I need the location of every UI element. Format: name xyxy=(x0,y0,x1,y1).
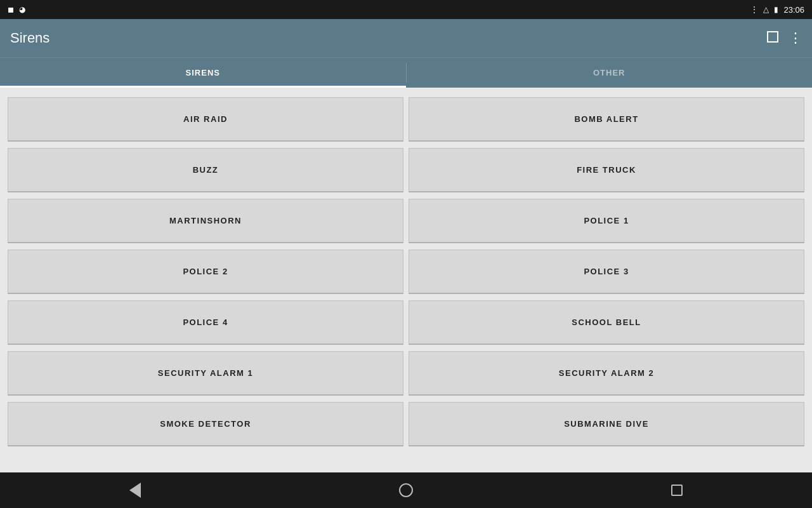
back-button[interactable] xyxy=(116,478,154,503)
sound-button-security-alarm-1[interactable]: SECURITY ALARM 1 xyxy=(8,351,403,396)
sound-label-bomb-alert: BOMB ALERT xyxy=(574,114,638,124)
sound-label-school-bell: SCHOOL BELL xyxy=(572,318,641,327)
sound-button-fire-truck[interactable]: FIRE TRUCK xyxy=(409,148,804,192)
sound-label-police-3: POLICE 3 xyxy=(584,267,629,276)
sound-button-buzz[interactable]: BUZZ xyxy=(8,148,403,192)
sound-label-submarine-dive: SUBMARINE DIVE xyxy=(564,419,649,429)
square-button[interactable] xyxy=(767,31,778,46)
sound-button-martinshorn[interactable]: MARTINSHORN xyxy=(8,199,403,243)
sound-button-police-2[interactable]: POLICE 2 xyxy=(8,250,403,294)
sound-button-police-3[interactable]: POLICE 3 xyxy=(409,250,804,294)
tab-bar: SIRENS OTHER xyxy=(0,57,812,88)
home-button[interactable] xyxy=(387,478,425,503)
square-icon xyxy=(767,31,778,43)
bottom-navigation xyxy=(0,472,812,508)
sound-button-police-1[interactable]: POLICE 1 xyxy=(409,199,804,243)
sound-button-police-4[interactable]: POLICE 4 xyxy=(8,300,403,345)
sound-label-smoke-detector: SMOKE DETECTOR xyxy=(160,419,251,429)
app-bar: Sirens ⋮ xyxy=(0,19,812,57)
clock: 23:06 xyxy=(783,5,804,15)
content-area: AIR RAID BOMB ALERT BUZZ FIRE TRUCK MART… xyxy=(0,88,812,472)
recents-icon xyxy=(671,485,683,496)
battery-icon: ▮ xyxy=(774,5,778,14)
sound-button-air-raid[interactable]: AIR RAID xyxy=(8,97,403,142)
sound-label-fire-truck: FIRE TRUCK xyxy=(577,165,636,175)
wifi-icon: △ xyxy=(763,5,769,14)
sound-label-air-raid: AIR RAID xyxy=(183,114,228,124)
sound-button-submarine-dive[interactable]: SUBMARINE DIVE xyxy=(409,402,804,446)
tab-other-label: OTHER xyxy=(593,68,625,77)
recents-button[interactable] xyxy=(658,478,696,503)
sound-button-security-alarm-2[interactable]: SECURITY ALARM 2 xyxy=(409,351,804,396)
sound-label-police-4: POLICE 4 xyxy=(183,318,228,327)
home-icon xyxy=(399,483,413,497)
tab-other[interactable]: OTHER xyxy=(407,58,813,88)
status-bar-left: ◼ ◕ xyxy=(8,5,25,14)
sound-label-police-1: POLICE 1 xyxy=(584,216,629,225)
sound-label-security-alarm-2: SECURITY ALARM 2 xyxy=(559,368,654,378)
sound-button-bomb-alert[interactable]: BOMB ALERT xyxy=(409,97,804,142)
sound-button-school-bell[interactable]: SCHOOL BELL xyxy=(409,300,804,345)
sound-label-security-alarm-1: SECURITY ALARM 1 xyxy=(158,368,253,378)
sound-button-smoke-detector[interactable]: SMOKE DETECTOR xyxy=(8,402,403,446)
app-title: Sirens xyxy=(10,30,49,46)
tab-sirens[interactable]: SIRENS xyxy=(0,58,406,88)
app-bar-actions: ⋮ xyxy=(767,30,802,46)
sound-label-police-2: POLICE 2 xyxy=(183,267,228,276)
status-bar-right: ⋮ △ ▮ 23:06 xyxy=(750,5,804,15)
back-icon xyxy=(129,483,141,498)
sound-label-martinshorn: MARTINSHORN xyxy=(169,216,242,225)
sound-label-buzz: BUZZ xyxy=(193,165,219,175)
status-bar: ◼ ◕ ⋮ △ ▮ 23:06 xyxy=(0,0,812,19)
more-options-button[interactable]: ⋮ xyxy=(789,30,802,46)
notification-icon: ◕ xyxy=(19,5,25,14)
tab-sirens-label: SIRENS xyxy=(186,68,220,77)
phone-icon: ◼ xyxy=(8,5,14,14)
vibrate-icon: ⋮ xyxy=(750,5,758,14)
sound-grid: AIR RAID BOMB ALERT BUZZ FIRE TRUCK MART… xyxy=(5,94,807,450)
